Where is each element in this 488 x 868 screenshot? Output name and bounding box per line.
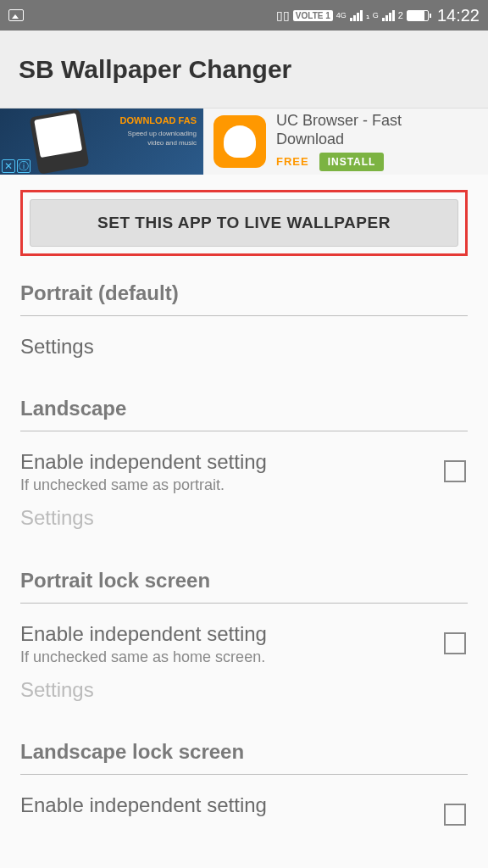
enable-independent-row[interactable]: Enable independent setting If unchecked … [20,443,468,499]
section-portrait-lock: Portrait lock screen Enable independent … [20,569,468,708]
sim-2: 2 [398,10,403,20]
setting-label: Settings [20,333,468,359]
section-title: Landscape lock screen [20,740,468,775]
ad-app-name: UC Browser - Fast Download [276,112,473,148]
section-landscape: Landscape Enable independent setting If … [20,397,468,536]
ad-info-icon[interactable]: ⓘ [17,159,30,173]
sim-icon: ₁ [366,10,369,21]
vibrate-icon: ▯▯ [276,8,290,22]
status-right: ▯▯ VOLTE 1 4G ₁ G 2 14:22 [276,6,480,25]
section-title: Landscape [20,397,468,431]
network-3: G [373,11,379,19]
section-title: Portrait (default) [20,281,468,316]
ad-close-icon[interactable]: ✕ [2,159,15,173]
picture-icon [8,9,24,21]
ad-price: FREE [276,155,309,168]
checkbox[interactable] [444,460,466,482]
setting-label: Settings [20,504,468,531]
ad-left-title: DOWNLOAD FAS [120,115,197,125]
setting-label: Enable independent setting [20,448,444,475]
settings-row: Settings [20,671,468,708]
ad-left-sub2: video and music [147,139,197,147]
app-title: SB Wallpaper Changer [19,55,291,84]
enable-independent-row[interactable]: Enable independent setting [20,787,468,831]
ad-phone-graphic [30,108,90,174]
app-header: SB Wallpaper Changer [0,31,488,108]
setting-sublabel: If unchecked same as portrait. [20,476,444,494]
status-bar: ▯▯ VOLTE 1 4G ₁ G 2 14:22 [0,0,488,31]
setting-label: Settings [20,676,468,703]
setting-sublabel: If unchecked same as home screen. [20,648,444,666]
battery-icon [407,10,429,21]
checkbox[interactable] [444,632,466,654]
signal-bars-2 [382,9,395,21]
highlight-box: SET THIS APP TO LIVE WALLPAPER [20,190,468,256]
volte-badge: VOLTE 1 [293,10,333,21]
ad-install-button[interactable]: INSTALL [319,153,385,171]
squirrel-icon [224,125,256,158]
ad-info-icons[interactable]: ✕ ⓘ [2,159,30,173]
signal-bars-1 [350,9,363,21]
network-1: 4G [336,11,347,19]
settings-row[interactable]: Settings [20,328,468,364]
ad-app-icon [214,115,266,168]
status-left [8,9,24,21]
ad-right: UC Browser - Fast Download FREE INSTALL [276,112,488,170]
section-landscape-lock: Landscape lock screen Enable independent… [20,740,468,831]
ad-banner[interactable]: DOWNLOAD FAS Speed up downloading video … [0,108,488,175]
enable-independent-row[interactable]: Enable independent setting If unchecked … [20,615,468,671]
set-live-wallpaper-button[interactable]: SET THIS APP TO LIVE WALLPAPER [30,199,458,247]
section-portrait: Portrait (default) Settings [20,281,468,364]
ad-left-sub1: Speed up downloading [128,130,197,137]
section-title: Portrait lock screen [20,569,468,604]
settings-row: Settings [20,499,468,536]
content: SET THIS APP TO LIVE WALLPAPER Portrait … [0,175,488,831]
ad-left-creative: DOWNLOAD FAS Speed up downloading video … [0,108,203,175]
checkbox[interactable] [444,804,466,826]
setting-label: Enable independent setting [20,792,444,818]
clock: 14:22 [437,6,480,25]
setting-label: Enable independent setting [20,620,444,647]
